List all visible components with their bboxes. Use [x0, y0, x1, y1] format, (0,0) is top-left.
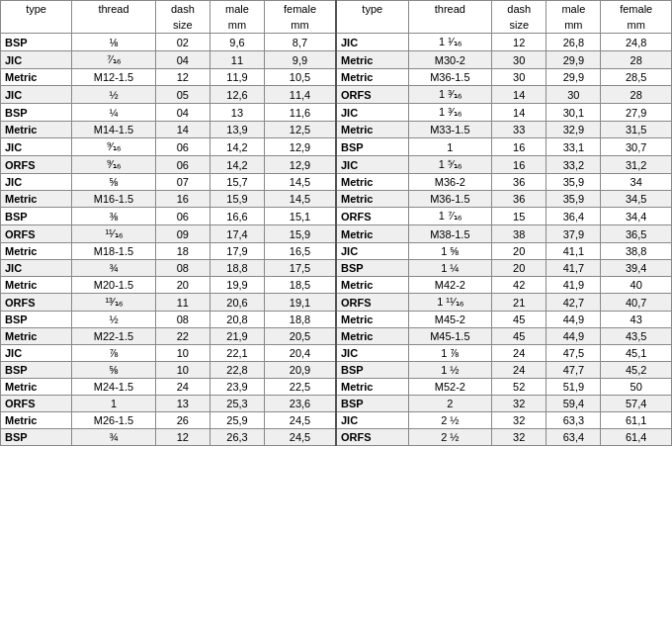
table-cell: 30 — [492, 51, 546, 69]
table-cell: 39,4 — [601, 260, 672, 277]
table-cell: Metric — [336, 379, 408, 396]
table-cell: 42,7 — [546, 294, 601, 312]
table-cell: 15 — [492, 208, 546, 225]
table-cell: 06 — [155, 138, 210, 156]
table-cell: 2 ½ — [408, 429, 492, 446]
table-cell: 9,6 — [210, 34, 264, 51]
table-cell: JIC — [1, 174, 72, 191]
main-table: type thread dash male female type thread… — [0, 0, 672, 446]
table-cell: 32 — [492, 396, 546, 412]
col-thread-2-sub — [408, 17, 492, 34]
table-cell: ORFS — [336, 294, 408, 312]
table-cell: 43 — [601, 312, 672, 328]
table-cell: 29,9 — [546, 69, 601, 86]
table-row: ORFS11325,323,6BSP23259,457,4 — [1, 396, 672, 412]
table-cell: BSP — [1, 34, 72, 51]
table-cell: 09 — [155, 225, 210, 243]
col-male-2-sub: mm — [546, 17, 601, 34]
table-cell: 20,8 — [210, 312, 264, 328]
table-row: BSP½0820,818,8MetricM45-24544,943 — [1, 312, 672, 328]
table-cell: Metric — [1, 379, 72, 396]
table-cell: 16 — [492, 138, 546, 156]
table-row: BSP¾1226,324,5ORFS2 ½3263,461,4 — [1, 429, 672, 446]
table-cell: 05 — [155, 86, 210, 104]
table-cell: 18,8 — [265, 312, 336, 328]
table-cell: ¹³⁄₁₆ — [72, 294, 156, 312]
table-cell: ⅜ — [72, 208, 156, 225]
table-cell: 28,5 — [601, 69, 672, 86]
table-cell: 11 — [155, 294, 210, 312]
table-cell: M36-2 — [408, 174, 492, 191]
table-cell: 12,9 — [265, 156, 336, 174]
table-cell: 17,4 — [210, 225, 264, 243]
table-cell: 19,9 — [210, 277, 264, 294]
table-cell: 24 — [492, 362, 546, 379]
col-male-1-sub: mm — [210, 17, 264, 34]
table-cell: 22,1 — [210, 345, 264, 362]
table-cell: 26 — [155, 412, 210, 429]
table-cell: M36-1.5 — [408, 69, 492, 86]
table-cell: Metric — [1, 412, 72, 429]
table-cell: 8,7 — [265, 34, 336, 51]
table-cell: 22 — [155, 328, 210, 345]
table-cell: Metric — [1, 277, 72, 294]
col-dash-1-sub: size — [155, 17, 210, 34]
table-cell: 9,9 — [265, 51, 336, 69]
table-cell: 24,5 — [265, 429, 336, 446]
table-cell: 30,7 — [601, 138, 672, 156]
table-cell: 25,9 — [210, 412, 264, 429]
table-cell: 20,4 — [265, 345, 336, 362]
table-cell: 21,9 — [210, 328, 264, 345]
table-cell: Metric — [336, 328, 408, 345]
table-cell: ½ — [72, 86, 156, 104]
table-cell: Metric — [1, 328, 72, 345]
table-cell: 10,5 — [265, 69, 336, 86]
table-cell: ORFS — [1, 225, 72, 243]
table-cell: 14,2 — [210, 156, 264, 174]
table-cell: 12,9 — [265, 138, 336, 156]
table-cell: 36,4 — [546, 208, 601, 225]
col-male-1-header: male — [210, 1, 264, 18]
table-cell: 15,9 — [265, 225, 336, 243]
table-cell: ¾ — [72, 429, 156, 446]
table-cell: Metric — [1, 122, 72, 138]
table-cell: 41,9 — [546, 277, 601, 294]
table-cell: 24 — [492, 345, 546, 362]
table-cell: 59,4 — [546, 396, 601, 412]
table-cell: 22,5 — [265, 379, 336, 396]
table-cell: 27,9 — [601, 104, 672, 122]
table-cell: 15,1 — [265, 208, 336, 225]
table-row: JIC¾0818,817,5BSP1 ¼2041,739,4 — [1, 260, 672, 277]
table-cell: 18,5 — [265, 277, 336, 294]
table-row: BSP⅜0616,615,1ORFS1 ⁷⁄₁₆1536,434,4 — [1, 208, 672, 225]
table-cell: 18,8 — [210, 260, 264, 277]
table-cell: Metric — [336, 277, 408, 294]
table-cell: 18 — [155, 243, 210, 260]
table-cell: Metric — [336, 312, 408, 328]
table-cell: 17,5 — [265, 260, 336, 277]
table-cell: BSP — [1, 312, 72, 328]
table-cell: 38,8 — [601, 243, 672, 260]
table-cell: 57,4 — [601, 396, 672, 412]
table-cell: M45-1.5 — [408, 328, 492, 345]
table-cell: 11 — [210, 51, 264, 69]
table-row: MetricM20-1.52019,918,5MetricM42-24241,9… — [1, 277, 672, 294]
col-male-2-header: male — [546, 1, 601, 18]
table-cell: M38-1.5 — [408, 225, 492, 243]
table-row: BSP¼041311,6JIC1 ³⁄₁₆1430,127,9 — [1, 104, 672, 122]
table-cell: ¹¹⁄₁₆ — [72, 225, 156, 243]
table-row: BSP⅝1022,820,9BSP1 ½2447,745,2 — [1, 362, 672, 379]
table-cell: JIC — [1, 51, 72, 69]
table-cell: Metric — [336, 51, 408, 69]
col-female-1-sub: mm — [265, 17, 336, 34]
table-cell: ½ — [72, 312, 156, 328]
header-row-2: size mm mm size mm mm — [1, 17, 672, 34]
col-thread-2-header: thread — [408, 1, 492, 18]
table-cell: 16,5 — [265, 243, 336, 260]
col-type-2-sub — [336, 17, 408, 34]
table-cell: 44,9 — [546, 328, 601, 345]
table-cell: 61,4 — [601, 429, 672, 446]
table-row: JIC½0512,611,4ORFS1 ³⁄₁₆143028 — [1, 86, 672, 104]
table-cell: 33,1 — [546, 138, 601, 156]
table-cell: 14,5 — [265, 174, 336, 191]
